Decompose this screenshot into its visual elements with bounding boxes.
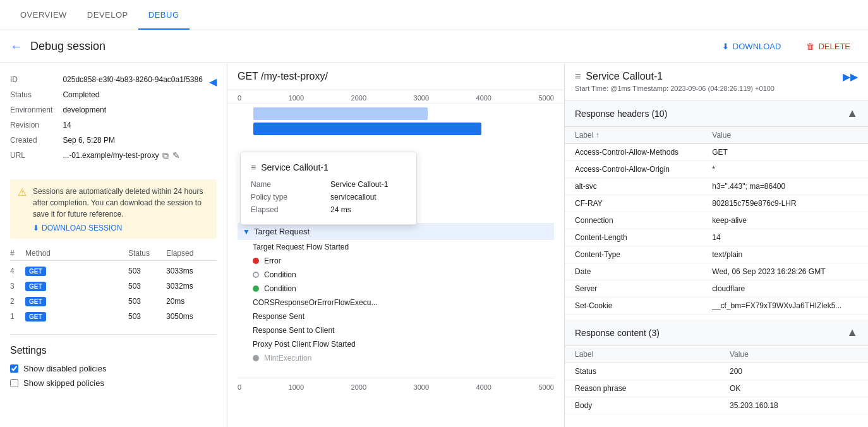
response-headers-section-header: Response headers (10) ▲ (565, 100, 868, 127)
table-row: Access-Control-Allow-Origin* (565, 161, 868, 178)
col-status-header: Status (128, 249, 166, 258)
flow-item-mint[interactable]: MintExecution (238, 351, 554, 365)
tab-develop[interactable]: DEVELOP (77, 1, 138, 30)
top-nav: OVERVIEW DEVELOP DEBUG (0, 0, 868, 30)
table-row: Servercloudflare (565, 280, 868, 298)
header-bar: ← Debug session ⬇ DOWNLOAD 🗑 DELETE (0, 30, 868, 63)
url-label: URL (10, 149, 52, 162)
row-elapsed: 3050ms (166, 312, 217, 321)
collapse-left-icon[interactable]: ◀ (209, 76, 217, 88)
label-col-header: Label ↑ (565, 127, 702, 144)
header-value: keep-alive (702, 212, 868, 229)
download-button[interactable]: ⬇ DOWNLOAD (714, 38, 789, 55)
expand-right-icon[interactable]: ▶▶ (843, 71, 858, 83)
tab-overview[interactable]: OVERVIEW (10, 1, 77, 30)
table-row[interactable]: 4 GET 503 3033ms (10, 263, 217, 279)
col-elapsed-header: Elapsed (166, 249, 217, 258)
response-content-body: Status200 Reason phraseOK Body35.203.160… (565, 363, 868, 414)
requests-table-header: # Method Status Elapsed (10, 246, 217, 261)
flow-text: Target Request Flow Started (253, 243, 349, 251)
response-content-section-header: Response content (3) ▲ (565, 320, 868, 346)
show-skipped-policies-checkbox[interactable] (10, 379, 18, 387)
row-status: 503 (128, 297, 166, 306)
content-label-col-header: Label (565, 346, 720, 363)
show-disabled-policies-checkbox[interactable] (10, 364, 18, 373)
created-value: Sep 6, 5:28 PM (63, 134, 203, 147)
status-value: Completed (63, 88, 203, 101)
show-disabled-policies-label: Show disabled policies (23, 364, 107, 373)
flow-item-response-sent-client: Response Sent to Client (238, 323, 554, 337)
popup-service-icon: ≡ (251, 162, 256, 172)
col-method-header: Method (25, 249, 128, 258)
header-label: alt-svc (565, 178, 702, 195)
flow-item-condition-2[interactable]: Condition (238, 282, 554, 296)
content-label: Status (565, 363, 720, 380)
response-headers-title: Response headers (10) (575, 109, 667, 119)
created-label: Created (10, 134, 52, 147)
table-row: Body35.203.160.18 (565, 397, 868, 414)
condition-label-2: Condition (264, 284, 296, 293)
header-label: Set-Cookie (565, 298, 702, 315)
table-row: Set-Cookie__cf_bm=FX79xT9WXvJa6THIZlek5.… (565, 298, 868, 315)
revision-label: Revision (10, 119, 52, 131)
edit-icon[interactable]: ✎ (172, 150, 180, 160)
header-value: GET (702, 144, 868, 161)
timeline-bar-2[interactable] (253, 123, 481, 135)
timeline-axis-top: 0 1000 2000 3000 4000 5000 (227, 90, 564, 104)
right-subtitle: Start Time: @1ms Timestamp: 2023-09-06 (… (575, 85, 775, 92)
proxy-path-title: GET /my-test-proxy/ (238, 71, 328, 81)
table-row: CF-RAY802815c759e876c9-LHR (565, 195, 868, 212)
target-request-header[interactable]: ▼ Target Request (238, 223, 554, 240)
copy-icon[interactable]: ⧉ (162, 150, 169, 161)
timeline-bar-1[interactable] (253, 107, 428, 120)
right-service-icon: ≡ (575, 71, 581, 82)
status-label: Status (10, 88, 52, 101)
response-headers-table: Label ↑ Value Access-Control-Allow-Metho… (565, 127, 868, 315)
row-num: 1 (10, 312, 25, 321)
header-actions: ⬇ DOWNLOAD 🗑 DELETE (714, 38, 858, 55)
table-row[interactable]: 3 GET 503 3032ms (10, 279, 217, 294)
header-label: Date (565, 263, 702, 280)
header-value: cloudflare (702, 280, 868, 298)
table-row: Content-Length14 (565, 229, 868, 246)
page-title: Debug session (30, 40, 714, 53)
sort-icon[interactable]: ↑ (596, 131, 600, 140)
table-row[interactable]: 1 GET 503 3050ms (10, 309, 217, 324)
flow-content: ≡ Service Callout-1 ▼ Target Request Tar… (227, 202, 564, 427)
timeline-bars (227, 104, 564, 139)
collapse-response-content-icon[interactable]: ▲ (847, 326, 858, 339)
table-row: Reason phraseOK (565, 380, 868, 397)
method-badge: GET (25, 267, 46, 276)
flow-item-condition-1[interactable]: Condition (238, 268, 554, 282)
row-status: 503 (128, 267, 166, 275)
target-request-label: Target Request (254, 227, 310, 236)
popup-title: Service Callout-1 (261, 162, 329, 172)
content-label: Reason phrase (565, 380, 720, 397)
session-info: ID 025dc858-e3f0-4b83-8260-94ac0a1f5386 … (10, 73, 203, 162)
download-session-link[interactable]: ⬇ DOWNLOAD SESSION (33, 224, 209, 232)
id-label: ID (10, 73, 52, 86)
content-value: 35.203.160.18 (720, 397, 868, 414)
method-badge: GET (25, 282, 46, 291)
delete-button[interactable]: 🗑 DELETE (799, 38, 858, 55)
table-row: Content-Typetext/plain (565, 246, 868, 263)
warning-icon: ⚠ (18, 186, 27, 232)
table-row[interactable]: 2 GET 503 20ms (10, 294, 217, 309)
response-content-title: Response content (3) (575, 328, 660, 338)
collapse-response-headers-icon[interactable]: ▲ (847, 107, 858, 120)
response-content-table: Label Value Status200 Reason phraseOK Bo… (565, 346, 868, 414)
revision-value: 14 (63, 119, 203, 131)
row-status: 503 (128, 312, 166, 321)
tab-debug[interactable]: DEBUG (138, 1, 190, 30)
delete-icon: 🗑 (806, 42, 814, 51)
header-value: 14 (702, 229, 868, 246)
flow-item-proxy-post: Proxy Post Client Flow Started (238, 337, 554, 351)
proxy-post-label: Proxy Post Client Flow Started (253, 340, 356, 349)
left-panel: ID 025dc858-e3f0-4b83-8260-94ac0a1f5386 … (0, 63, 227, 427)
back-button[interactable]: ← (10, 39, 23, 54)
flow-item-started: Target Request Flow Started (238, 240, 554, 254)
row-elapsed: 3032ms (166, 282, 217, 291)
show-skipped-policies-row: Show skipped policies (10, 378, 217, 388)
flow-item-error[interactable]: Error (238, 254, 554, 268)
warning-text: Sessions are automatically deleted withi… (33, 187, 203, 219)
